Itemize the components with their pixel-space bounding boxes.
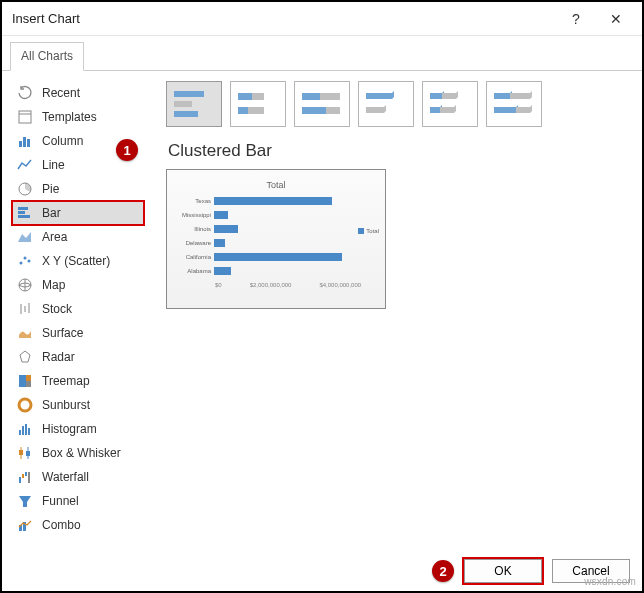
svg-marker-54 (494, 91, 512, 99)
sidebar-item-treemap[interactable]: Treemap (12, 369, 144, 393)
svg-rect-18 (19, 375, 26, 387)
sidebar-item-funnel[interactable]: Funnel (12, 489, 144, 513)
svg-point-10 (20, 262, 23, 265)
preview-cat-label: Illinois (177, 226, 211, 232)
svg-rect-27 (19, 450, 23, 455)
xaxis-tick: $4,000,000,000 (319, 282, 361, 288)
svg-rect-6 (18, 207, 28, 210)
preview-bar (214, 267, 231, 275)
treemap-icon (16, 372, 34, 390)
svg-marker-34 (19, 496, 31, 507)
sidebar-item-box-whisker[interactable]: Box & Whisker (12, 441, 144, 465)
chart-content: Clustered Bar Total Texas Mississippi Il… (144, 81, 632, 567)
subtype-clustered-bar[interactable] (166, 81, 222, 127)
svg-rect-40 (238, 93, 252, 100)
svg-rect-3 (23, 137, 26, 147)
sidebar-item-label: Bar (42, 206, 61, 220)
sidebar-item-label: Box & Whisker (42, 446, 121, 460)
sidebar-item-surface[interactable]: Surface (12, 321, 144, 345)
legend-swatch (358, 228, 364, 234)
svg-rect-45 (320, 93, 340, 100)
svg-rect-0 (19, 111, 31, 123)
legend-label: Total (366, 228, 379, 234)
svg-marker-49 (366, 105, 386, 113)
recent-icon (16, 84, 34, 102)
subtype-3d-100-stacked-bar[interactable] (486, 81, 542, 127)
svg-rect-44 (302, 93, 320, 100)
sidebar-item-combo[interactable]: Combo (12, 513, 144, 537)
sidebar-item-label: Templates (42, 110, 97, 124)
svg-rect-23 (22, 426, 24, 435)
subtype-stacked-bar[interactable] (230, 81, 286, 127)
sidebar-item-label: X Y (Scatter) (42, 254, 110, 268)
sidebar-item-recent[interactable]: Recent (12, 81, 144, 105)
svg-rect-7 (18, 211, 25, 214)
tab-all-charts[interactable]: All Charts (10, 42, 84, 71)
subtype-title: Clustered Bar (168, 141, 632, 161)
pie-icon (16, 180, 34, 198)
sunburst-icon (16, 396, 34, 414)
svg-point-11 (24, 257, 27, 260)
subtype-100-stacked-bar[interactable] (294, 81, 350, 127)
sidebar-item-area[interactable]: Area (12, 225, 144, 249)
svg-marker-51 (442, 91, 458, 99)
combo-icon (16, 516, 34, 534)
help-button[interactable]: ? (556, 5, 596, 33)
svg-rect-41 (252, 93, 264, 100)
sidebar-item-sunburst[interactable]: Sunburst (12, 393, 144, 417)
subtype-3d-clustered-bar[interactable] (358, 81, 414, 127)
sidebar-item-label: Radar (42, 350, 75, 364)
chart-preview[interactable]: Total Texas Mississippi Illinois Delawar… (166, 169, 386, 309)
sidebar-item-stock[interactable]: Stock (12, 297, 144, 321)
dialog-title: Insert Chart (12, 11, 556, 26)
sidebar-item-waterfall[interactable]: Waterfall (12, 465, 144, 489)
sidebar-item-label: Histogram (42, 422, 97, 436)
sidebar-item-label: Combo (42, 518, 81, 532)
bar-icon (16, 204, 34, 222)
svg-rect-42 (238, 107, 248, 114)
sidebar-item-label: Sunburst (42, 398, 90, 412)
sidebar-item-label: Surface (42, 326, 83, 340)
line-icon (16, 156, 34, 174)
xaxis-tick: $0 (215, 282, 222, 288)
subtype-3d-stacked-bar[interactable] (422, 81, 478, 127)
svg-rect-30 (19, 477, 21, 483)
sidebar-item-scatter[interactable]: X Y (Scatter) (12, 249, 144, 273)
preview-legend: Total (358, 228, 379, 234)
map-icon (16, 276, 34, 294)
stock-icon (16, 300, 34, 318)
preview-cat-label: Delaware (177, 240, 211, 246)
svg-rect-2 (19, 141, 22, 147)
ok-button[interactable]: OK (464, 559, 542, 583)
svg-rect-19 (26, 375, 31, 381)
sidebar-item-pie[interactable]: Pie (12, 177, 144, 201)
sidebar-item-histogram[interactable]: Histogram (12, 417, 144, 441)
templates-icon (16, 108, 34, 126)
svg-rect-24 (25, 424, 27, 435)
svg-rect-43 (248, 107, 264, 114)
sidebar-item-radar[interactable]: Radar (12, 345, 144, 369)
sidebar-item-label: Funnel (42, 494, 79, 508)
sidebar-item-label: Recent (42, 86, 80, 100)
sidebar-item-label: Column (42, 134, 83, 148)
radar-icon (16, 348, 34, 366)
sidebar-item-bar[interactable]: Bar (12, 201, 144, 225)
funnel-icon (16, 492, 34, 510)
sidebar-item-label: Map (42, 278, 65, 292)
surface-icon (16, 324, 34, 342)
svg-marker-17 (20, 351, 30, 362)
column-icon (16, 132, 34, 150)
titlebar: Insert Chart ? ✕ (2, 2, 642, 36)
svg-marker-53 (440, 105, 456, 113)
sidebar-item-label: Pie (42, 182, 59, 196)
sidebar-item-label: Waterfall (42, 470, 89, 484)
close-button[interactable]: ✕ (596, 5, 636, 33)
svg-rect-46 (302, 107, 326, 114)
svg-point-12 (28, 260, 31, 263)
sidebar-item-label: Stock (42, 302, 72, 316)
svg-rect-4 (27, 139, 30, 147)
sidebar-item-templates[interactable]: Templates (12, 105, 144, 129)
sidebar-item-map[interactable]: Map (12, 273, 144, 297)
preview-bar (214, 239, 225, 247)
svg-rect-39 (174, 111, 198, 117)
